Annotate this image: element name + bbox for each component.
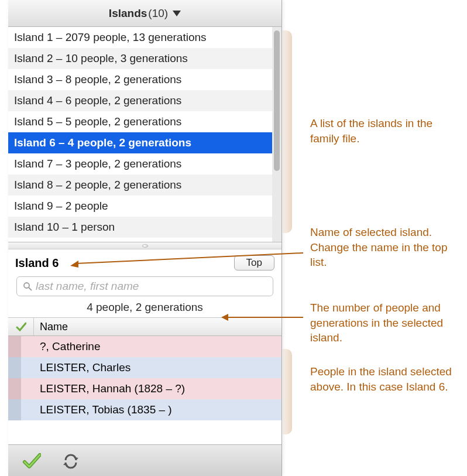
island-row[interactable]: Island 7 – 3 people, 2 generations [8,153,272,174]
search-placeholder: last name, first name [36,280,139,293]
person-name: LEISTER, Hannah (1828 – ?) [34,382,185,395]
person-name: LEISTER, Charles [34,361,131,374]
islands-list[interactable]: Island 1 – 2079 people, 13 generationsIs… [8,27,272,242]
person-row[interactable]: LEISTER, Charles [8,357,281,378]
row-gutter [21,378,34,399]
people-table-body: ?, CatherineLEISTER, CharlesLEISTER, Han… [8,336,281,420]
annotation-1: A list of the islands in the family file… [310,116,456,146]
refresh-icon[interactable] [62,452,80,470]
island-row[interactable]: Island 10 – 1 person [8,217,272,238]
island-row[interactable]: Island 5 – 5 people, 2 generations [8,111,272,132]
svg-marker-3 [74,457,78,460]
svg-line-2 [29,287,32,290]
island-row[interactable]: Island 6 – 4 people, 2 generations [8,132,272,153]
annotation-2: Name of selected island. Change the name… [310,225,456,270]
annotation-bracket-4 [283,349,292,434]
row-gutter [8,399,21,420]
search-icon [23,282,32,291]
annotation-bracket-1 [283,30,292,233]
selected-island-name: Island 6 [15,256,59,270]
person-name: LEISTER, Tobias (1835 – ) [34,403,172,416]
svg-marker-8 [221,314,228,321]
island-row[interactable]: Island 2 – 10 people, 3 generations [8,48,272,69]
islands-list-container: Island 1 – 2079 people, 13 generationsIs… [8,27,281,242]
person-row[interactable]: ?, Catherine [8,336,281,357]
svg-marker-6 [70,261,78,268]
checkmark-icon [16,321,26,332]
accept-icon[interactable] [22,451,41,470]
annotation-3: The number of people and generations in … [310,300,462,345]
svg-marker-0 [173,11,181,16]
row-gutter [21,336,34,357]
person-row[interactable]: LEISTER, Tobias (1835 – ) [8,399,281,420]
row-gutter [21,399,34,420]
annotation-4: People in the island selected above. In … [310,364,456,394]
island-row[interactable]: Island 3 – 8 people, 2 generations [8,69,272,90]
panel-header[interactable]: Islands (10) [8,0,281,27]
scrollbar-thumb[interactable] [274,30,280,171]
person-row[interactable]: LEISTER, Hannah (1828 – ?) [8,378,281,399]
row-gutter [8,357,21,378]
island-row[interactable]: Island 4 – 6 people, 2 generations [8,90,272,111]
dropdown-triangle-icon [173,11,181,16]
row-gutter [8,336,21,357]
annotation-arrow-2 [70,248,303,272]
search-input[interactable]: last name, first name [16,276,273,296]
scrollbar[interactable] [272,27,281,242]
island-row[interactable]: Island 9 – 2 people [8,196,272,217]
svg-point-1 [24,283,29,288]
annotation-arrow-3 [221,311,303,323]
svg-line-5 [76,253,303,263]
islands-panel: Islands (10) Island 1 – 2079 people, 13 … [8,0,282,476]
island-row[interactable]: Island 1 – 2079 people, 13 generations [8,27,272,48]
island-row[interactable]: Island 8 – 2 people, 2 generations [8,174,272,196]
row-gutter [21,357,34,378]
row-gutter [8,378,21,399]
toolbar [8,444,281,476]
island-count: (10) [148,7,168,20]
check-column-header[interactable] [8,318,34,335]
svg-marker-4 [63,463,68,465]
name-column-header[interactable]: Name [34,321,68,333]
panel-title: Islands [109,7,147,20]
person-name: ?, Catherine [34,340,101,353]
